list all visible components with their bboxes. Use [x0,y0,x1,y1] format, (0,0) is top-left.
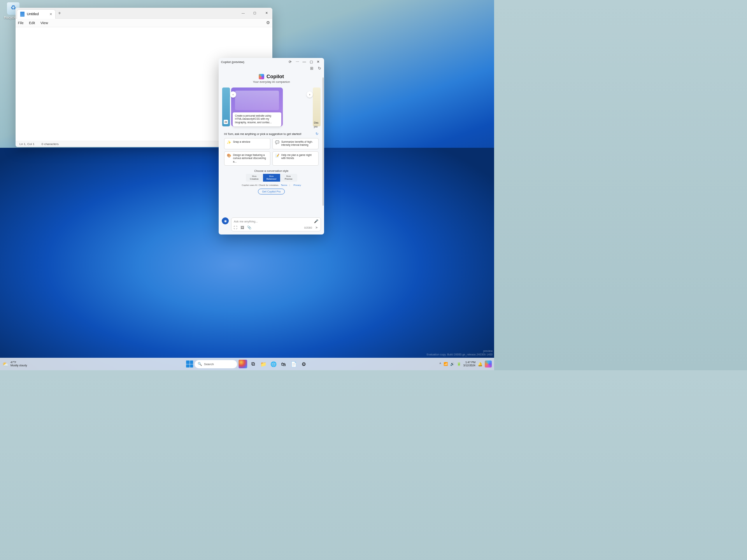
add-tab-button[interactable]: + [56,10,63,16]
refresh-icon[interactable]: ⟳ [287,58,294,65]
gear-icon[interactable]: ⚙ [266,20,270,25]
plugins-icon[interactable]: ⊞ [309,66,314,70]
taskbar-store-icon[interactable]: 🛍 [279,360,288,368]
get-copilot-pro-button[interactable]: Get Copilot Pro [258,189,285,194]
style-more-label: More [286,175,291,178]
copilot-subtitle: Your everyday AI companion [220,80,323,84]
recent-topics-icon[interactable]: ↻ [316,132,319,136]
tray-battery-icon[interactable]: 🔋 [457,362,461,366]
mic-icon[interactable]: 🎤 [314,219,318,223]
style-precise[interactable]: More Precise [280,174,297,182]
copilot-title: Copilot (preview) [221,60,244,64]
tray-wifi-icon[interactable]: 📶 [444,362,448,366]
watermark-line2: Evaluation copy. Build 26000.ge_release.… [426,353,493,356]
scrollbar[interactable] [323,77,324,206]
search-label: Search [204,362,214,366]
terms-link[interactable]: Terms [281,184,287,186]
privacy-link[interactable]: Privacy [293,184,301,186]
suggestion-plan-game[interactable]: 📝 Help me plan a game night with friends [272,151,319,166]
taskbar-weather[interactable]: ⛅ 47°F Mostly cloudy [2,361,27,367]
close-button[interactable]: ✕ [315,58,322,65]
weather-icon: ⛅ [2,361,9,367]
copilot-window: Copilot (preview) ⟳ ⋯ — ▢ ✕ ⊞ ↻ Copilot … [219,58,324,234]
attach-icon[interactable]: 📎 [247,226,251,229]
copilot-titlebar[interactable]: Copilot (preview) ⟳ ⋯ — ▢ ✕ [219,58,324,66]
copilot-inputbox: 🎤 ⛶ 🖼 📎 0/2000 ➤ [231,217,321,231]
minimize-button[interactable]: — [237,9,249,18]
note-icon: 📝 [275,154,279,158]
carousel-prev-button[interactable]: ‹ [230,91,236,98]
carousel-card-next[interactable]: Des pro [313,88,321,126]
menu-edit[interactable]: Edit [29,21,35,25]
suggestion-design-image[interactable]: 🎨 Design an image featuring a curious as… [224,151,270,166]
carousel-next-text2: pro [314,125,317,128]
chat-icon: 💬 [275,140,279,145]
taskbar-taskview-icon[interactable]: ⧉ [249,360,258,368]
taskbar: ⛅ 47°F Mostly cloudy 🔍 Search ⧉ 📁 🌐 🛍 📄 … [0,358,494,370]
suggestion-text: Snap a window [233,140,250,144]
carousel-next-text1: Des [314,121,319,124]
sparkle-icon: ✨ [227,140,231,145]
taskbar-explorer-icon[interactable]: 📁 [259,360,268,368]
suggestion-text: Summarize benefits of high-intensity int… [281,140,316,147]
weather-cond: Mostly cloudy [11,364,27,367]
search-icon: 🔍 [198,362,202,366]
style-selector: More Creative More Balanced More Precise [220,174,323,182]
suggestion-summarize[interactable]: 💬 Summarize benefits of high-intensity i… [272,138,319,149]
style-label: Choose a conversation style [220,170,323,172]
maximize-button[interactable]: ▢ [249,9,261,18]
suggestion-snap-window[interactable]: ✨ Snap a window [224,138,270,149]
suggestion-text: Help me plan a game night with friends [281,154,316,160]
taskbar-widgets-icon[interactable] [239,360,247,368]
style-more-label: More [269,175,274,178]
notepad-menubar: File Edit View ⚙ [16,19,272,27]
taskbar-settings-icon[interactable]: ⚙ [300,360,308,368]
close-button[interactable]: ✕ [261,9,272,18]
more-icon[interactable]: ⋯ [294,58,301,65]
greeting-text: Hi Tom, ask me anything or pick a sugges… [224,132,316,136]
notepad-tab[interactable]: Untitled × [17,9,56,19]
search-box[interactable]: 🔍 Search [195,360,237,368]
tray-notifications-icon[interactable]: 🔔 [478,362,482,366]
taskbar-clock[interactable]: 1:47 PM 3/12/2024 [463,361,475,368]
copilot-logo-icon [259,74,264,79]
watermark: preview Evaluation copy. Build 26000.ge_… [426,350,493,356]
style-more-label: More [252,175,256,178]
style-name: Creative [250,178,258,180]
taskbar-copilot-icon[interactable] [485,360,492,368]
style-name: Precise [284,178,292,180]
disclaimer: Copilot uses AI. Check for mistakes. Ter… [220,184,323,186]
carousel-next-button[interactable]: › [307,91,313,98]
weather-temp: 47°F [11,361,27,364]
menu-file[interactable]: File [18,21,24,25]
disclaimer-text: Copilot uses AI. Check for mistakes. [242,184,279,186]
style-creative[interactable]: More Creative [246,174,263,182]
copilot-brand: Copilot [267,74,284,79]
start-button[interactable] [186,360,193,368]
copilot-avatar-icon[interactable]: ◉ [222,217,229,224]
carousel-prev-text: de [224,120,228,124]
screenshot-icon[interactable]: ⛶ [234,226,237,229]
send-icon[interactable]: ➤ [315,226,318,229]
taskbar-notepad-icon[interactable]: 📄 [289,360,298,368]
carousel-card-prev[interactable]: de [222,88,230,126]
tray-volume-icon[interactable]: 🔊 [450,362,454,366]
notepad-titlebar[interactable]: Untitled × + — ▢ ✕ [16,8,272,19]
suggestion-text: Design an image featuring a curious astr… [233,154,268,163]
menu-view[interactable]: View [40,21,48,25]
close-tab-button[interactable]: × [50,12,52,16]
copilot-input[interactable] [234,220,314,223]
copilot-input-area: ◉ 🎤 ⛶ 🖼 📎 0/2000 ➤ [219,215,324,234]
history-icon[interactable]: ↻ [317,66,322,70]
taskbar-edge-icon[interactable]: 🌐 [269,360,278,368]
minimize-button[interactable]: — [301,58,308,65]
maximize-button[interactable]: ▢ [308,58,315,65]
carousel-image [235,91,279,110]
watermark-line1: preview [426,350,493,353]
style-balanced[interactable]: More Balanced [263,174,280,182]
clock-time: 1:47 PM [463,361,475,364]
image-icon[interactable]: 🖼 [240,226,244,229]
suggestion-grid: ✨ Snap a window 💬 Summarize benefits of … [224,138,319,166]
tray-chevron-icon[interactable]: ^ [440,362,441,366]
copilot-body: Copilot Your everyday AI companion de Cr… [219,72,324,215]
